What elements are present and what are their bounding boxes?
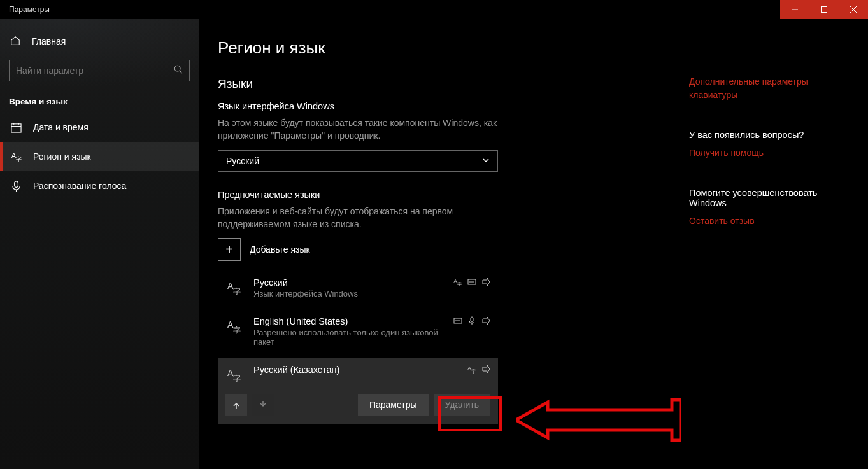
svg-line-5 bbox=[180, 71, 182, 73]
svg-text:字: 字 bbox=[457, 282, 462, 286]
related-link-keyboard[interactable]: Дополнительные параметры клавиатуры bbox=[689, 75, 855, 102]
questions-title: У вас появились вопросы? bbox=[689, 130, 855, 140]
svg-text:字: 字 bbox=[15, 156, 21, 162]
search-input[interactable] bbox=[16, 66, 174, 76]
home-label: Главная bbox=[32, 36, 66, 46]
interface-lang-dropdown[interactable]: Русский bbox=[218, 150, 498, 172]
language-feature-icons: A字 bbox=[467, 365, 490, 374]
get-help-link[interactable]: Получить помощь bbox=[689, 146, 855, 160]
preferred-desc: Приложения и веб-сайты будут отображатьс… bbox=[218, 205, 498, 231]
interface-lang-title: Язык интерфейса Windows bbox=[218, 101, 664, 111]
interface-lang-desc: На этом языке будут показываться такие к… bbox=[218, 116, 498, 143]
main-panel: Регион и язык Языки Язык интерфейса Wind… bbox=[199, 19, 868, 469]
sidebar-item-region-language[interactable]: A字 Регион и язык bbox=[0, 142, 199, 171]
feedback-link[interactable]: Оставить отзыв bbox=[689, 214, 855, 228]
languages-heading: Языки bbox=[218, 77, 664, 91]
language-name: Русский bbox=[253, 277, 445, 288]
window-title: Параметры bbox=[9, 5, 50, 14]
language-glyph-icon: A字 bbox=[225, 279, 245, 297]
home-nav[interactable]: Главная bbox=[0, 28, 199, 55]
search-box[interactable] bbox=[9, 60, 190, 81]
add-language-label: Добавьте язык bbox=[250, 244, 310, 255]
move-up-button[interactable] bbox=[225, 394, 247, 416]
maximize-button[interactable] bbox=[809, 0, 839, 19]
svg-rect-24 bbox=[471, 317, 473, 322]
sidebar-item-label: Дата и время bbox=[33, 122, 89, 132]
sidebar-item-label: Распознавание голоса bbox=[33, 181, 126, 191]
language-feature-icons bbox=[453, 316, 490, 325]
titlebar: Параметры bbox=[0, 0, 868, 19]
delete-button[interactable]: Удалить bbox=[434, 394, 490, 416]
add-language-button[interactable]: + Добавьте язык bbox=[218, 238, 664, 261]
dropdown-value: Русский bbox=[226, 156, 259, 166]
window-controls bbox=[780, 0, 868, 19]
sidebar: Главная Время и язык Дата и время A字 Рег… bbox=[0, 19, 199, 469]
sidebar-item-label: Регион и язык bbox=[33, 151, 91, 162]
language-icon: A字 bbox=[10, 151, 22, 162]
svg-point-4 bbox=[174, 66, 180, 71]
plus-icon: + bbox=[218, 238, 241, 261]
home-icon bbox=[10, 36, 20, 48]
svg-text:字: 字 bbox=[233, 374, 241, 383]
close-button[interactable] bbox=[839, 0, 868, 19]
sidebar-section-title: Время и язык bbox=[0, 84, 199, 113]
svg-text:字: 字 bbox=[471, 369, 476, 374]
language-row-russian-kz[interactable]: A字 Русский (Казахстан) A字 bbox=[218, 358, 498, 424]
calendar-icon bbox=[10, 122, 22, 133]
move-down-button bbox=[252, 394, 274, 416]
language-name: English (United States) bbox=[253, 316, 445, 326]
language-feature-icons: A字 bbox=[453, 277, 490, 286]
language-glyph-icon: A字 bbox=[225, 318, 245, 335]
related-settings: Дополнительные параметры клавиатуры У ва… bbox=[664, 38, 855, 469]
page-title: Регион и язык bbox=[218, 38, 664, 58]
svg-text:字: 字 bbox=[233, 287, 241, 296]
svg-rect-6 bbox=[11, 123, 20, 132]
language-row-english[interactable]: A字 English (United States) Разрешено исп… bbox=[218, 310, 498, 353]
svg-rect-1 bbox=[822, 7, 827, 13]
language-subtitle: Язык интерфейса Windows bbox=[253, 289, 445, 298]
minimize-button[interactable] bbox=[780, 0, 809, 19]
preferred-title: Предпочитаемые языки bbox=[218, 190, 664, 200]
svg-text:字: 字 bbox=[233, 326, 241, 335]
language-actions: Параметры Удалить bbox=[225, 394, 490, 416]
svg-rect-12 bbox=[14, 181, 18, 186]
params-button[interactable]: Параметры bbox=[358, 394, 429, 416]
language-row-russian[interactable]: A字 Русский Язык интерфейса Windows A字 bbox=[218, 271, 498, 305]
language-name: Русский (Казахстан) bbox=[253, 365, 459, 375]
chevron-down-icon bbox=[482, 156, 490, 166]
sidebar-item-date-time[interactable]: Дата и время bbox=[0, 113, 199, 142]
microphone-icon bbox=[10, 180, 22, 192]
feedback-title: Помогите усовершенствовать Windows bbox=[689, 188, 855, 208]
content-area: Регион и язык Языки Язык интерфейса Wind… bbox=[218, 38, 664, 469]
language-subtitle: Разрешено использовать только один языко… bbox=[253, 328, 445, 347]
search-icon bbox=[174, 65, 183, 76]
sidebar-item-speech[interactable]: Распознавание голоса bbox=[0, 171, 199, 200]
language-glyph-icon: A字 bbox=[225, 366, 245, 384]
